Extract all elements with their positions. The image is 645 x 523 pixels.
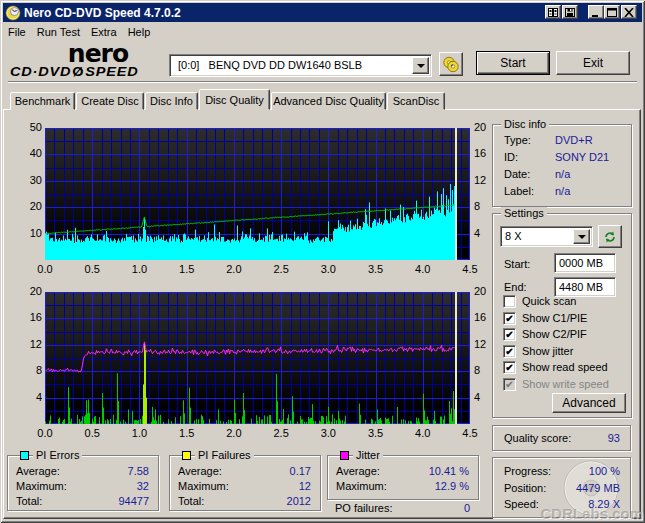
cdspeed-logo-text: CD·DVDØSPEED bbox=[10, 64, 165, 80]
tab-advanced-disc-quality[interactable]: Advanced Disc Quality bbox=[271, 92, 386, 110]
y-axis-left-tick: 20 bbox=[30, 285, 42, 297]
y-axis-left-tick: 8 bbox=[36, 364, 42, 376]
quality-score-panel: Quality score: 93 bbox=[492, 425, 631, 451]
close-button[interactable] bbox=[621, 5, 637, 19]
x-axis-tick: 4.0 bbox=[415, 263, 430, 275]
tab-disc-info[interactable]: Disc Info bbox=[145, 92, 198, 110]
speed-label: Speed: bbox=[504, 498, 539, 510]
save-icon bbox=[565, 8, 575, 17]
eject-disc-button[interactable] bbox=[439, 52, 463, 76]
checkbox-label: Show C2/PIF bbox=[522, 328, 587, 341]
x-axis-tick: 0.5 bbox=[85, 263, 100, 275]
results-button[interactable] bbox=[545, 5, 561, 19]
y-axis-left-tick: 30 bbox=[30, 174, 42, 186]
checkbox-box[interactable]: ✔ bbox=[503, 328, 516, 341]
drive-select[interactable]: [0:0] BENQ DVD DD DW1640 BSLB bbox=[169, 54, 432, 77]
pi-errors-panel: PI Errors Average: 7.58 Maximum: 32 Tota… bbox=[7, 455, 159, 511]
scan-start-input[interactable]: 0000 MB bbox=[554, 253, 616, 273]
maximize-button[interactable] bbox=[604, 5, 620, 19]
jitter-average-label: Average: bbox=[336, 465, 380, 477]
drive-select-arrow-button[interactable] bbox=[412, 57, 429, 74]
disc-label-value: n/a bbox=[555, 185, 570, 197]
pi-failures-jitter-chart bbox=[45, 292, 470, 424]
progress-label: Progress: bbox=[504, 465, 551, 477]
x-axis-tick: 4.5 bbox=[462, 427, 477, 439]
pif-maximum-label: Maximum: bbox=[178, 480, 229, 492]
nero-logo-text: nero bbox=[42, 44, 154, 63]
speed-select-arrow-button[interactable] bbox=[573, 229, 590, 244]
pie-average-value: 7.58 bbox=[128, 465, 149, 477]
tab-benchmark[interactable]: Benchmark bbox=[10, 92, 75, 110]
disc-type-value: DVD+R bbox=[555, 134, 593, 146]
disc-label-label: Label: bbox=[504, 185, 534, 197]
x-axis-tick: 3.0 bbox=[321, 427, 336, 439]
checkbox-box[interactable]: ✔ bbox=[503, 361, 516, 374]
settings-panel: Settings 8 X Start: 0000 MB End: 4480 MB… bbox=[492, 213, 632, 418]
pi-failures-legend-swatch bbox=[182, 451, 191, 460]
advanced-button[interactable]: Advanced bbox=[552, 393, 626, 413]
x-axis-tick: 0.0 bbox=[37, 427, 52, 439]
x-axis-tick: 2.0 bbox=[226, 427, 241, 439]
y-axis-left-tick: 10 bbox=[30, 227, 42, 239]
disc-glyph: Ø bbox=[71, 64, 85, 79]
minimize-icon bbox=[591, 8, 601, 17]
settings-title: Settings bbox=[501, 207, 547, 220]
tab-create-disc[interactable]: Create Disc bbox=[76, 92, 144, 110]
start-button[interactable]: Start bbox=[476, 51, 550, 75]
pif-maximum-value: 12 bbox=[299, 480, 311, 492]
save-button[interactable] bbox=[562, 5, 578, 19]
disc-date-label: Date: bbox=[504, 168, 530, 180]
refresh-button[interactable] bbox=[598, 225, 622, 248]
x-axis-tick: 3.5 bbox=[368, 263, 383, 275]
po-failures-label: PO failures: bbox=[335, 502, 392, 514]
scan-start-label: Start: bbox=[504, 258, 530, 270]
x-axis-tick: 0.5 bbox=[85, 427, 100, 439]
y-axis-left-tick: 50 bbox=[30, 121, 42, 133]
x-axis-tick: 4.5 bbox=[462, 263, 477, 275]
pif-average-label: Average: bbox=[178, 465, 222, 477]
exit-button[interactable]: Exit bbox=[556, 51, 630, 75]
y-axis-right-tick: 16 bbox=[474, 311, 486, 323]
po-failures-value: 0 bbox=[435, 502, 470, 514]
pif-total-value: 2012 bbox=[287, 495, 311, 507]
checkbox-label: Show read speed bbox=[522, 361, 608, 374]
progress-value: 100 % bbox=[589, 465, 620, 477]
checkbox-box[interactable]: ✔ bbox=[503, 312, 516, 325]
menu-file[interactable]: File bbox=[3, 23, 31, 41]
cdrlabs-watermark: CDRLabs.com bbox=[540, 505, 643, 522]
jitter-title: Jitter bbox=[353, 449, 383, 462]
y-axis-right-tick: 20 bbox=[474, 121, 486, 133]
app-icon bbox=[5, 5, 21, 21]
x-axis-tick: 1.5 bbox=[179, 427, 194, 439]
chevron-down-icon bbox=[417, 64, 425, 72]
position-label: Position: bbox=[504, 482, 546, 494]
jitter-average-value: 10.41 % bbox=[429, 465, 469, 477]
drive-select-value: [0:0] BENQ DVD DD DW1640 BSLB bbox=[178, 59, 362, 71]
disc-info-title: Disc info bbox=[501, 118, 549, 131]
y-axis-left-tick: 12 bbox=[30, 338, 42, 350]
pi-failures-title: PI Failures bbox=[195, 449, 254, 462]
jitter-maximum-label: Maximum: bbox=[336, 480, 387, 492]
disc-info-panel: Disc info Type: DVD+R ID: SONY D21 Date:… bbox=[492, 124, 632, 207]
tab-disc-quality[interactable]: Disc Quality bbox=[199, 89, 270, 110]
checkbox-box[interactable]: ✔ bbox=[503, 345, 516, 358]
x-axis-tick: 0.0 bbox=[37, 263, 52, 275]
y-axis-right-tick: 8 bbox=[474, 364, 480, 376]
scan-end-input[interactable]: 4480 MB bbox=[554, 277, 616, 297]
window-title: Nero CD-DVD Speed 4.7.0.2 bbox=[24, 6, 181, 20]
speed-select[interactable]: 8 X bbox=[500, 226, 593, 247]
y-axis-left-tick: 4 bbox=[36, 391, 42, 403]
checkbox-box[interactable] bbox=[503, 295, 516, 308]
y-axis-right-tick: 16 bbox=[474, 147, 486, 159]
quality-score-value: 93 bbox=[608, 432, 620, 444]
pif-total-label: Total: bbox=[178, 495, 204, 507]
close-icon bbox=[624, 8, 634, 17]
y-axis-left-tick: 20 bbox=[30, 200, 42, 212]
x-axis-tick: 1.5 bbox=[179, 263, 194, 275]
x-axis-tick: 2.5 bbox=[273, 427, 288, 439]
nero-logo: nero CD·DVDØSPEED bbox=[10, 44, 165, 82]
minimize-button[interactable] bbox=[588, 5, 604, 19]
tab-scandisc[interactable]: ScanDisc bbox=[387, 92, 445, 110]
checkbox-box[interactable]: ✔ bbox=[503, 378, 516, 391]
y-axis-right-tick: 4 bbox=[474, 227, 480, 239]
